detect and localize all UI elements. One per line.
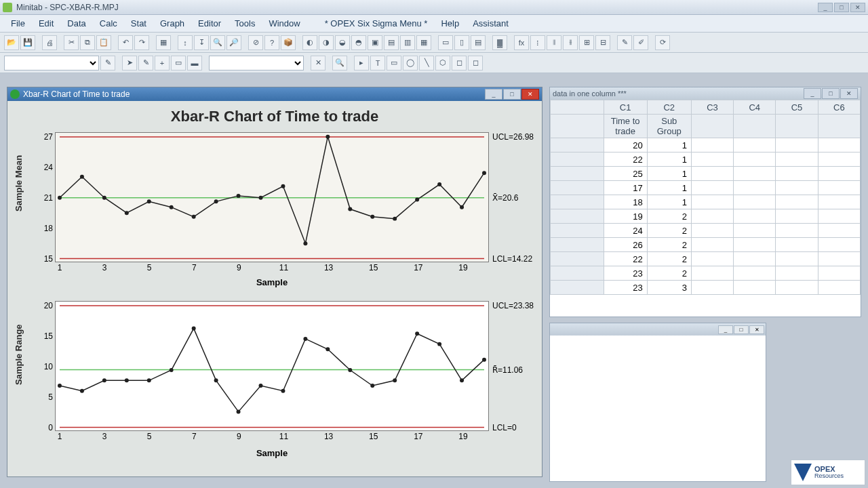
- col-header[interactable]: C2: [647, 100, 691, 115]
- brush-icon[interactable]: ✎: [138, 56, 153, 70]
- col-header[interactable]: C4: [734, 100, 776, 115]
- delete-icon[interactable]: ✕: [311, 56, 326, 70]
- b3-icon[interactable]: ⟳: [655, 35, 670, 50]
- b1-icon[interactable]: ✎: [617, 35, 632, 50]
- data-window[interactable]: data in one column *** _ □ ✕ C1C2C3C4C5C…: [549, 87, 861, 317]
- chart-close-button[interactable]: ✕: [521, 89, 539, 100]
- table-row[interactable]: 233: [551, 281, 861, 295]
- zoom-icon[interactable]: 🔍: [332, 56, 347, 70]
- paste-icon[interactable]: 📋: [96, 35, 111, 50]
- save-icon[interactable]: 💾: [20, 35, 35, 50]
- col-label[interactable]: [734, 115, 776, 138]
- menu-assistant[interactable]: Assistant: [467, 16, 514, 30]
- table-row[interactable]: 222: [551, 252, 861, 266]
- fx-icon[interactable]: fx: [514, 35, 529, 50]
- menu-editor[interactable]: Editor: [193, 16, 226, 30]
- a1-icon[interactable]: ⫶: [530, 35, 545, 50]
- a4-icon[interactable]: ⊞: [579, 35, 594, 50]
- find-icon[interactable]: 🔍: [210, 35, 225, 50]
- menu-tools[interactable]: Tools: [229, 16, 260, 30]
- s7-icon[interactable]: ▥: [400, 35, 415, 50]
- table-row[interactable]: 192: [551, 209, 861, 224]
- col-header[interactable]: C5: [776, 100, 818, 115]
- b2-icon[interactable]: ✐: [633, 35, 648, 50]
- a3-icon[interactable]: ⫵: [563, 35, 578, 50]
- menu-opex[interactable]: * OPEX Six Sigma Menu *: [319, 16, 433, 30]
- data-minimize-button[interactable]: _: [804, 88, 821, 99]
- poly-icon[interactable]: ⬡: [435, 56, 450, 70]
- element-selector[interactable]: [4, 56, 99, 70]
- col-label[interactable]: [776, 115, 818, 138]
- t2-icon[interactable]: ↧: [194, 35, 209, 50]
- g4-icon[interactable]: ▓: [492, 35, 507, 50]
- redo-icon[interactable]: ↷: [134, 35, 149, 50]
- table-row[interactable]: 242: [551, 224, 861, 238]
- col-header[interactable]: C1: [604, 100, 647, 115]
- maximize-button[interactable]: □: [834, 3, 849, 12]
- s1-icon[interactable]: ◐: [302, 35, 317, 50]
- session-close-button[interactable]: ✕: [749, 325, 764, 334]
- col-label[interactable]: [691, 115, 733, 138]
- print-icon[interactable]: 🖨: [42, 35, 57, 50]
- chart-minimize-button[interactable]: _: [485, 89, 502, 100]
- session-minimize-button[interactable]: _: [718, 325, 733, 334]
- chart-maximize-button[interactable]: □: [503, 89, 521, 100]
- a5-icon[interactable]: ⊟: [595, 35, 610, 50]
- table-row[interactable]: 171: [551, 181, 861, 195]
- table-row[interactable]: 221: [551, 152, 861, 167]
- m2-icon[interactable]: ▬: [187, 56, 202, 70]
- undo-icon[interactable]: ↶: [118, 35, 133, 50]
- minimize-button[interactable]: _: [818, 3, 833, 12]
- advisor-icon[interactable]: 📦: [281, 35, 296, 50]
- marker-icon[interactable]: ◻: [452, 56, 467, 70]
- close-button[interactable]: ✕: [850, 3, 865, 12]
- ellipse-icon[interactable]: ◯: [403, 56, 418, 70]
- a2-icon[interactable]: ⫴: [547, 35, 561, 50]
- table-row[interactable]: 262: [551, 238, 861, 252]
- s5-icon[interactable]: ▣: [368, 35, 382, 50]
- add-icon[interactable]: +: [155, 56, 170, 70]
- col-label[interactable]: [818, 115, 860, 138]
- col-label[interactable]: Sub Group: [647, 115, 691, 138]
- data-close-button[interactable]: ✕: [840, 88, 858, 99]
- table-row[interactable]: 232: [551, 266, 861, 281]
- s6-icon[interactable]: ▤: [384, 35, 399, 50]
- edit-icon[interactable]: ✎: [100, 56, 115, 70]
- g3-icon[interactable]: ▤: [471, 35, 486, 50]
- col-header[interactable]: C3: [691, 100, 733, 115]
- data-grid[interactable]: C1C2C3C4C5C6Time to tradeSub Group201221…: [550, 100, 861, 317]
- rect-icon[interactable]: ▭: [387, 56, 401, 70]
- pointer-icon[interactable]: ➤: [122, 56, 137, 70]
- help-icon[interactable]: ?: [264, 35, 279, 50]
- session-window[interactable]: _ □ ✕: [549, 323, 766, 482]
- cut-icon[interactable]: ✂: [64, 35, 79, 50]
- item-selector[interactable]: [209, 56, 304, 70]
- table-row[interactable]: 181: [551, 195, 861, 209]
- menu-graph[interactable]: Graph: [155, 16, 190, 30]
- table-row[interactable]: 251: [551, 167, 861, 181]
- s2-icon[interactable]: ◑: [319, 35, 334, 50]
- menu-window[interactable]: Window: [263, 16, 305, 30]
- open-icon[interactable]: 📂: [4, 35, 19, 50]
- find-next-icon[interactable]: 🔎: [226, 35, 241, 50]
- select-icon[interactable]: ▸: [354, 56, 369, 70]
- data-maximize-button[interactable]: □: [822, 88, 840, 99]
- menu-data[interactable]: Data: [62, 16, 91, 30]
- cancel-icon[interactable]: ⊘: [248, 35, 263, 50]
- m1-icon[interactable]: ▭: [171, 56, 186, 70]
- menu-help[interactable]: Help: [435, 16, 465, 30]
- copy-icon[interactable]: ⧉: [80, 35, 95, 50]
- text-icon[interactable]: T: [370, 56, 385, 70]
- col-label[interactable]: Time to trade: [604, 115, 647, 138]
- s3-icon[interactable]: ◒: [335, 35, 350, 50]
- g1-icon[interactable]: ▭: [438, 35, 453, 50]
- menu-file[interactable]: File: [5, 16, 31, 30]
- session-maximize-button[interactable]: □: [734, 325, 749, 334]
- chart-window[interactable]: Xbar-R Chart of Time to trade _ □ ✕ Xbar…: [7, 87, 542, 477]
- marker2-icon[interactable]: ◻: [468, 56, 483, 70]
- menu-edit[interactable]: Edit: [33, 16, 59, 30]
- g2-icon[interactable]: ▯: [454, 35, 469, 50]
- line-icon[interactable]: ╲: [419, 56, 434, 70]
- worksheet-icon[interactable]: ▦: [156, 35, 171, 50]
- col-header[interactable]: C6: [818, 100, 860, 115]
